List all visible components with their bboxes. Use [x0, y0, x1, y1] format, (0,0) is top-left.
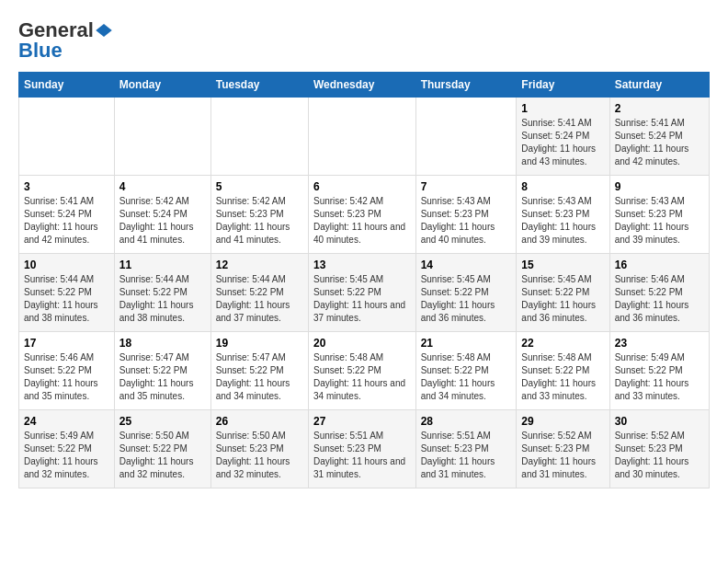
day-info: Sunrise: 5:47 AMSunset: 5:22 PMDaylight:…: [216, 351, 303, 403]
calendar-cell: 5Sunrise: 5:42 AMSunset: 5:23 PMDaylight…: [210, 176, 308, 254]
day-info: Sunrise: 5:43 AMSunset: 5:23 PMDaylight:…: [615, 195, 704, 247]
day-info: Sunrise: 5:45 AMSunset: 5:22 PMDaylight:…: [421, 273, 512, 325]
calendar-cell: 26Sunrise: 5:50 AMSunset: 5:23 PMDayligh…: [210, 410, 308, 488]
calendar-cell: 21Sunrise: 5:48 AMSunset: 5:22 PMDayligh…: [415, 332, 517, 410]
header-sunday: Sunday: [19, 73, 115, 98]
day-info: Sunrise: 5:41 AMSunset: 5:24 PMDaylight:…: [24, 195, 109, 247]
day-info: Sunrise: 5:42 AMSunset: 5:23 PMDaylight:…: [216, 195, 303, 247]
day-info: Sunrise: 5:41 AMSunset: 5:24 PMDaylight:…: [521, 117, 604, 168]
calendar-cell: 22Sunrise: 5:48 AMSunset: 5:22 PMDayligh…: [517, 332, 609, 410]
logo: General Blue: [18, 18, 112, 63]
calendar-cell: 27Sunrise: 5:51 AMSunset: 5:23 PMDayligh…: [308, 410, 415, 488]
day-info: Sunrise: 5:52 AMSunset: 5:23 PMDaylight:…: [615, 430, 704, 481]
logo-blue: Blue: [18, 39, 63, 63]
day-info: Sunrise: 5:42 AMSunset: 5:23 PMDaylight:…: [313, 195, 411, 247]
header-monday: Monday: [114, 73, 210, 98]
calendar-cell: 16Sunrise: 5:46 AMSunset: 5:22 PMDayligh…: [609, 254, 709, 332]
calendar-cell: [114, 98, 210, 176]
day-info: Sunrise: 5:44 AMSunset: 5:22 PMDaylight:…: [119, 273, 206, 325]
day-number: 6: [313, 180, 411, 193]
header-tuesday: Tuesday: [210, 73, 308, 98]
day-number: 11: [119, 259, 206, 271]
day-number: 21: [421, 337, 512, 350]
day-info: Sunrise: 5:47 AMSunset: 5:22 PMDaylight:…: [119, 351, 206, 403]
calendar-cell: 6Sunrise: 5:42 AMSunset: 5:23 PMDaylight…: [308, 176, 415, 254]
calendar-week-row: 24Sunrise: 5:49 AMSunset: 5:22 PMDayligh…: [19, 410, 710, 488]
day-info: Sunrise: 5:44 AMSunset: 5:22 PMDaylight:…: [24, 273, 109, 325]
day-number: 2: [615, 102, 704, 115]
day-number: 9: [615, 180, 704, 193]
calendar-header-row: SundayMondayTuesdayWednesdayThursdayFrid…: [19, 73, 710, 98]
day-number: 4: [119, 180, 206, 193]
calendar-cell: 30Sunrise: 5:52 AMSunset: 5:23 PMDayligh…: [609, 410, 709, 488]
day-number: 5: [216, 180, 303, 193]
calendar-cell: 14Sunrise: 5:45 AMSunset: 5:22 PMDayligh…: [415, 254, 517, 332]
day-info: Sunrise: 5:46 AMSunset: 5:22 PMDaylight:…: [24, 351, 109, 403]
day-info: Sunrise: 5:50 AMSunset: 5:22 PMDaylight:…: [119, 430, 206, 481]
calendar-cell: 20Sunrise: 5:48 AMSunset: 5:22 PMDayligh…: [308, 332, 415, 410]
day-number: 20: [313, 337, 411, 350]
calendar-cell: 13Sunrise: 5:45 AMSunset: 5:22 PMDayligh…: [308, 254, 415, 332]
day-number: 1: [521, 102, 604, 115]
day-number: 14: [421, 259, 512, 271]
calendar-cell: 28Sunrise: 5:51 AMSunset: 5:23 PMDayligh…: [415, 410, 517, 488]
day-info: Sunrise: 5:41 AMSunset: 5:24 PMDaylight:…: [615, 117, 704, 168]
day-number: 23: [615, 337, 704, 350]
day-info: Sunrise: 5:48 AMSunset: 5:22 PMDaylight:…: [313, 351, 411, 403]
calendar-cell: 8Sunrise: 5:43 AMSunset: 5:23 PMDaylight…: [517, 176, 609, 254]
day-info: Sunrise: 5:49 AMSunset: 5:22 PMDaylight:…: [24, 430, 109, 481]
calendar-week-row: 3Sunrise: 5:41 AMSunset: 5:24 PMDaylight…: [19, 176, 710, 254]
day-number: 10: [24, 259, 109, 271]
day-info: Sunrise: 5:48 AMSunset: 5:22 PMDaylight:…: [521, 351, 604, 403]
calendar-cell: [308, 98, 415, 176]
calendar-table: SundayMondayTuesdayWednesdayThursdayFrid…: [18, 72, 710, 488]
day-number: 22: [521, 337, 604, 350]
calendar-week-row: 17Sunrise: 5:46 AMSunset: 5:22 PMDayligh…: [19, 332, 710, 410]
day-number: 29: [521, 415, 604, 428]
calendar-cell: [415, 98, 517, 176]
header-thursday: Thursday: [415, 73, 517, 98]
day-number: 3: [24, 180, 109, 193]
header-wednesday: Wednesday: [308, 73, 415, 98]
day-info: Sunrise: 5:49 AMSunset: 5:22 PMDaylight:…: [615, 351, 704, 403]
day-number: 8: [521, 180, 604, 193]
calendar-cell: [210, 98, 308, 176]
calendar-cell: 1Sunrise: 5:41 AMSunset: 5:24 PMDaylight…: [517, 98, 609, 176]
calendar-week-row: 10Sunrise: 5:44 AMSunset: 5:22 PMDayligh…: [19, 254, 710, 332]
day-info: Sunrise: 5:45 AMSunset: 5:22 PMDaylight:…: [521, 273, 604, 325]
day-number: 17: [24, 337, 109, 350]
day-info: Sunrise: 5:43 AMSunset: 5:23 PMDaylight:…: [521, 195, 604, 247]
day-info: Sunrise: 5:51 AMSunset: 5:23 PMDaylight:…: [313, 430, 411, 481]
logo-icon: [96, 24, 112, 37]
svg-marker-0: [96, 24, 112, 37]
calendar-cell: 15Sunrise: 5:45 AMSunset: 5:22 PMDayligh…: [517, 254, 609, 332]
day-info: Sunrise: 5:46 AMSunset: 5:22 PMDaylight:…: [615, 273, 704, 325]
calendar-cell: 25Sunrise: 5:50 AMSunset: 5:22 PMDayligh…: [114, 410, 210, 488]
day-info: Sunrise: 5:43 AMSunset: 5:23 PMDaylight:…: [421, 195, 512, 247]
day-number: 12: [216, 259, 303, 271]
calendar-cell: 12Sunrise: 5:44 AMSunset: 5:22 PMDayligh…: [210, 254, 308, 332]
header: General Blue: [18, 18, 710, 63]
day-info: Sunrise: 5:50 AMSunset: 5:23 PMDaylight:…: [216, 430, 303, 481]
calendar-cell: 18Sunrise: 5:47 AMSunset: 5:22 PMDayligh…: [114, 332, 210, 410]
day-number: 18: [119, 337, 206, 350]
calendar-cell: 17Sunrise: 5:46 AMSunset: 5:22 PMDayligh…: [19, 332, 115, 410]
calendar-cell: [19, 98, 115, 176]
day-number: 19: [216, 337, 303, 350]
day-number: 30: [615, 415, 704, 428]
calendar-cell: 4Sunrise: 5:42 AMSunset: 5:24 PMDaylight…: [114, 176, 210, 254]
header-saturday: Saturday: [609, 73, 709, 98]
day-info: Sunrise: 5:44 AMSunset: 5:22 PMDaylight:…: [216, 273, 303, 325]
day-info: Sunrise: 5:48 AMSunset: 5:22 PMDaylight:…: [421, 351, 512, 403]
day-number: 16: [615, 259, 704, 271]
day-number: 15: [521, 259, 604, 271]
day-number: 27: [313, 415, 411, 428]
day-number: 13: [313, 259, 411, 271]
calendar-week-row: 1Sunrise: 5:41 AMSunset: 5:24 PMDaylight…: [19, 98, 710, 176]
calendar-cell: 29Sunrise: 5:52 AMSunset: 5:23 PMDayligh…: [517, 410, 609, 488]
header-friday: Friday: [517, 73, 609, 98]
day-number: 26: [216, 415, 303, 428]
calendar-cell: 7Sunrise: 5:43 AMSunset: 5:23 PMDaylight…: [415, 176, 517, 254]
calendar-cell: 2Sunrise: 5:41 AMSunset: 5:24 PMDaylight…: [609, 98, 709, 176]
calendar-cell: 23Sunrise: 5:49 AMSunset: 5:22 PMDayligh…: [609, 332, 709, 410]
